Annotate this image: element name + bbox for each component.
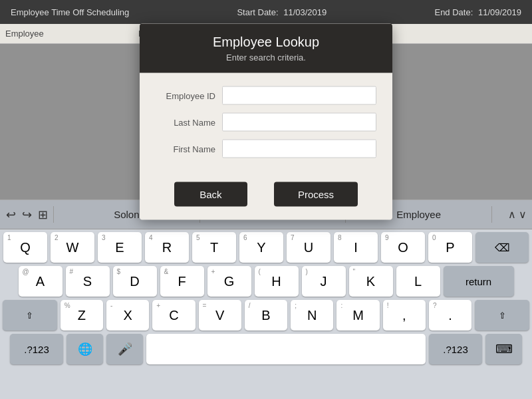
main-content: Employee Lookup Enter search criteria. E… bbox=[0, 44, 532, 200]
modal-dialog: Employee Lookup Enter search criteria. E… bbox=[140, 24, 392, 220]
key-u[interactable]: 7U bbox=[287, 232, 331, 263]
num-key-left[interactable]: .?123 bbox=[10, 334, 63, 364]
key-period[interactable]: ?. bbox=[429, 300, 471, 331]
key-i[interactable]: 8I bbox=[334, 232, 378, 263]
end-date-label: End Date: 11/09/2019 bbox=[434, 7, 521, 17]
key-h[interactable]: (H bbox=[255, 266, 299, 297]
app-title: Employee Time Off Scheduling bbox=[11, 7, 129, 17]
key-r[interactable]: 4R bbox=[145, 232, 189, 263]
key-t[interactable]: 5T bbox=[192, 232, 236, 263]
key-o[interactable]: 9O bbox=[381, 232, 425, 263]
modal-body: Employee ID Last Name First Name bbox=[140, 73, 392, 177]
modal-header: Employee Lookup Enter search criteria. bbox=[140, 24, 392, 73]
key-j[interactable]: )J bbox=[302, 266, 346, 297]
col-employee-header: Employee bbox=[5, 29, 138, 39]
key-rows: 1Q 2W 3E 4R 5T 6Y 7U 8I 9O 0P ⌫ @A #S $D… bbox=[0, 229, 532, 364]
globe-key[interactable]: 🌐 bbox=[66, 334, 103, 364]
first-name-label: First Name bbox=[156, 144, 215, 154]
key-m[interactable]: :M bbox=[336, 300, 379, 331]
key-g[interactable]: +G bbox=[207, 266, 251, 297]
key-row-4: .?123 🌐 🎤 .?123 ⌨ bbox=[3, 334, 529, 364]
key-l[interactable]: L bbox=[396, 266, 440, 297]
employee-id-input[interactable] bbox=[222, 86, 376, 105]
key-f[interactable]: &F bbox=[160, 266, 204, 297]
key-a[interactable]: @A bbox=[19, 266, 63, 297]
keyboard-hide-key[interactable]: ⌨ bbox=[485, 334, 522, 364]
space-key[interactable] bbox=[146, 334, 426, 364]
back-button[interactable]: Back bbox=[174, 182, 247, 207]
key-v[interactable]: =V bbox=[199, 300, 241, 331]
last-name-label: Last Name bbox=[156, 117, 215, 127]
key-b[interactable]: /B bbox=[245, 300, 287, 331]
app-bar: Employee Time Off Scheduling Start Date:… bbox=[0, 0, 532, 24]
shift-left-key[interactable]: ⇧ bbox=[3, 300, 57, 331]
undo-button[interactable]: ↩ bbox=[5, 205, 16, 224]
modal-title: Employee Lookup bbox=[140, 35, 392, 50]
num-key-right[interactable]: .?123 bbox=[429, 334, 482, 364]
return-key[interactable]: return bbox=[444, 266, 514, 297]
employee-id-label: Employee ID bbox=[156, 90, 215, 100]
key-x[interactable]: -X bbox=[106, 300, 149, 331]
nav-arrows: ∧ ∨ bbox=[492, 208, 532, 221]
key-k[interactable]: "K bbox=[349, 266, 393, 297]
key-y[interactable]: 6Y bbox=[239, 232, 283, 263]
backspace-key[interactable]: ⌫ bbox=[475, 232, 529, 263]
key-q[interactable]: 1Q bbox=[3, 232, 47, 263]
last-name-input[interactable] bbox=[222, 113, 376, 132]
key-row-3: ⇧ %Z -X +C =V /B ;N :M !, ?. ⇧ bbox=[3, 300, 529, 331]
employee-id-row: Employee ID bbox=[156, 86, 376, 105]
first-name-row: First Name bbox=[156, 140, 376, 158]
undo-redo-area: ↩ ↪ ⊞ bbox=[0, 205, 53, 224]
key-s[interactable]: #S bbox=[66, 266, 110, 297]
redo-button[interactable]: ↪ bbox=[21, 205, 32, 224]
key-row-2: @A #S $D &F +G (H )J "K L return bbox=[3, 266, 529, 297]
key-z[interactable]: %Z bbox=[61, 300, 103, 331]
shift-right-key[interactable]: ⇧ bbox=[475, 300, 529, 331]
key-w[interactable]: 2W bbox=[51, 232, 94, 263]
process-button[interactable]: Process bbox=[274, 182, 358, 207]
key-comma[interactable]: !, bbox=[383, 300, 426, 331]
first-name-input[interactable] bbox=[222, 140, 376, 158]
clipboard-button[interactable]: ⊞ bbox=[37, 205, 48, 224]
keyboard-area: ↩ ↪ ⊞ Solon Smith Employee ∧ ∨ 1Q 2W 3E … bbox=[0, 200, 532, 399]
key-n[interactable]: ;N bbox=[291, 300, 333, 331]
key-d[interactable]: $D bbox=[113, 266, 157, 297]
modal-buttons: Back Process bbox=[140, 177, 392, 220]
key-row-1: 1Q 2W 3E 4R 5T 6Y 7U 8I 9O 0P ⌫ bbox=[3, 232, 529, 263]
last-name-row: Last Name bbox=[156, 113, 376, 132]
modal-subtitle: Enter search criteria. bbox=[140, 53, 392, 63]
key-c[interactable]: +C bbox=[152, 300, 195, 331]
key-p[interactable]: 0P bbox=[428, 232, 472, 263]
key-e[interactable]: 3E bbox=[98, 232, 142, 263]
mic-key[interactable]: 🎤 bbox=[106, 334, 143, 364]
arrow-up-button[interactable]: ∧ bbox=[508, 208, 516, 221]
arrow-down-button[interactable]: ∨ bbox=[519, 208, 527, 221]
start-date-label: Start Date: 11/03/2019 bbox=[237, 7, 327, 17]
